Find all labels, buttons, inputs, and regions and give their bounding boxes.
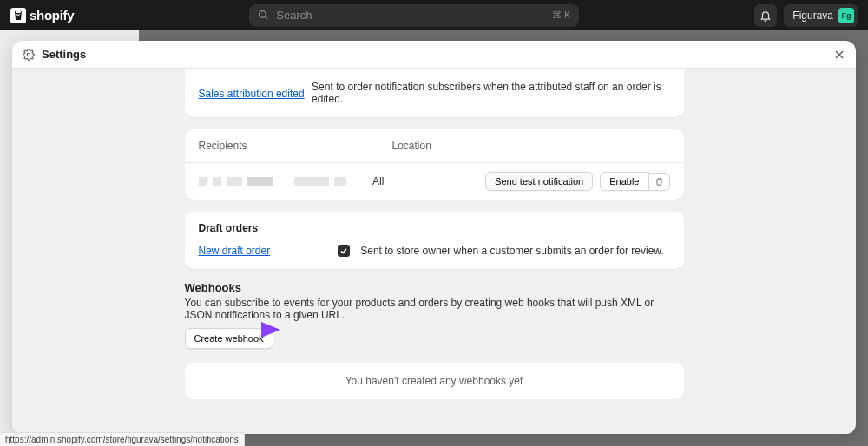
webhooks-section: Webhooks You can subscribe to events for… [185,281,684,399]
close-button[interactable] [833,49,845,61]
bell-icon [760,10,772,22]
modal-body: Sales attribution edited Sent to order n… [12,69,856,434]
svg-line-1 [265,16,267,19]
send-test-button[interactable]: Send test notification [485,172,593,191]
location-value: All [372,175,485,187]
trash-icon [654,177,664,187]
modal-header: Settings [12,41,856,69]
settings-modal: Settings Sales attribution edited Sent t… [12,41,856,434]
draft-order-toggle[interactable] [338,245,350,257]
shopify-bag-icon [10,8,26,23]
enable-button[interactable]: Enable [600,172,648,191]
search-placeholder: Search [276,9,312,22]
delete-recipient-button[interactable] [649,173,670,191]
location-header: Location [392,140,505,152]
draft-order-desc: Sent to store owner when a customer subm… [360,245,664,257]
user-menu-button[interactable]: Figurava Fg [784,4,858,27]
recipients-card: Recipients Location [185,129,684,200]
search-icon [258,10,269,21]
draft-orders-title: Draft orders [185,212,684,234]
avatar: Fg [838,8,854,23]
svg-point-0 [260,11,266,18]
sales-attribution-desc: Sent to order notification subscribers w… [312,81,669,105]
brand-logo[interactable]: shopify [10,8,74,23]
browser-status-url: https://admin.shopify.com/store/figurava… [0,432,245,446]
global-search[interactable]: Search ⌘ K [249,4,579,27]
sales-attribution-card: Sales attribution edited Sent to order n… [185,69,684,117]
new-draft-order-link[interactable]: New draft order [199,245,271,257]
recipient-row: All Send test notification Enable [185,162,684,200]
create-webhook-button[interactable]: Create webhook [185,328,273,349]
webhooks-desc: You can subscribe to events for your pro… [185,297,684,321]
svg-point-2 [27,53,30,56]
draft-orders-card: Draft orders New draft order Sent to sto… [185,212,684,269]
sales-attribution-link[interactable]: Sales attribution edited [199,88,305,100]
search-shortcut: ⌘ K [552,10,570,21]
webhooks-title: Webhooks [185,281,684,294]
notifications-button[interactable] [754,4,777,27]
recipients-header: Recipients [199,140,392,152]
brand-name: shopify [30,8,74,23]
top-bar: shopify Search ⌘ K Figurava Fg [0,0,868,30]
user-name: Figurava [792,10,833,22]
close-icon [833,49,845,61]
modal-title: Settings [42,48,86,61]
recipient-skeleton [199,177,373,186]
gear-icon [23,49,35,61]
webhooks-empty-state: You haven't created any webhooks yet [185,363,684,399]
